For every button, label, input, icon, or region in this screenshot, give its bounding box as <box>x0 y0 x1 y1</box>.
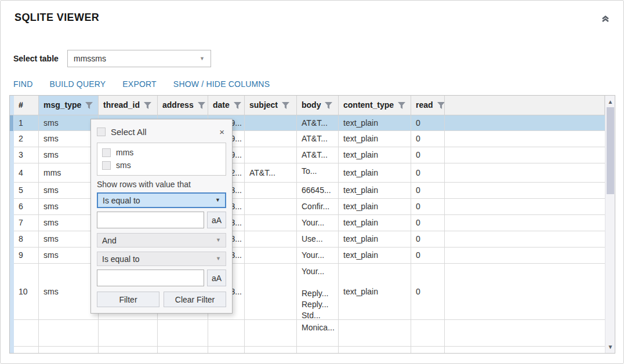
table-row[interactable]: Monica... <box>10 320 605 347</box>
cell-subject[interactable] <box>245 231 297 247</box>
cell-subject[interactable] <box>245 247 297 264</box>
cell-num[interactable]: 8 <box>14 231 39 247</box>
show-hide-columns-link[interactable]: SHOW / HIDE COLUMNS <box>173 79 270 90</box>
column-header-subject[interactable]: subject <box>245 96 297 115</box>
cell-body[interactable]: Use... <box>297 231 339 247</box>
cell-body[interactable]: AT&T... <box>297 147 339 163</box>
cell-content_type[interactable]: text_plain <box>339 183 411 199</box>
filter-button[interactable]: Filter <box>97 292 159 307</box>
column-header-content_type[interactable]: content_type <box>339 96 411 115</box>
cell-subject[interactable] <box>245 115 297 131</box>
filter-funnel-icon[interactable] <box>437 102 445 109</box>
operator2-dropdown[interactable]: Is equal to ▼ <box>97 252 226 266</box>
scroll-up-arrow-icon[interactable]: ▲ <box>605 97 615 107</box>
cell-read[interactable]: 0 <box>411 115 445 131</box>
cell-content_type[interactable]: text_plain <box>339 163 411 183</box>
cell-content_type[interactable]: text_plain <box>339 215 411 231</box>
cell-msg_type[interactable]: sms <box>39 199 99 215</box>
filter-funnel-icon[interactable] <box>325 102 332 109</box>
cell-num[interactable]: 3 <box>14 147 39 163</box>
sms-checkbox[interactable] <box>102 161 111 170</box>
cell-body[interactable]: To... <box>297 163 339 183</box>
cell-date[interactable] <box>208 320 245 347</box>
cell-msg_type[interactable]: sms <box>39 115 99 131</box>
cell-msg_type[interactable]: sms <box>39 264 99 320</box>
filter-value1-input[interactable] <box>97 212 204 228</box>
table-select-dropdown[interactable]: mmssms ▼ <box>67 50 211 67</box>
cell-address[interactable] <box>158 320 208 347</box>
cell-body[interactable]: Your... <box>297 247 339 264</box>
cell-subject[interactable] <box>245 215 297 231</box>
cell-num[interactable]: 2 <box>14 131 39 147</box>
select-all-checkbox[interactable] <box>97 128 106 136</box>
cell-num[interactable] <box>14 320 39 347</box>
cell-subject[interactable] <box>245 131 297 147</box>
case-sensitive-button-1[interactable]: aA <box>207 212 226 228</box>
export-link[interactable]: EXPORT <box>122 79 157 90</box>
cell-num[interactable]: 6 <box>14 199 39 215</box>
cell-msg_type[interactable]: sms <box>39 131 99 147</box>
cell-body[interactable]: AT&T... <box>297 131 339 147</box>
cell-read[interactable]: 0 <box>411 163 445 183</box>
filter-option-mms[interactable]: mms <box>102 146 226 159</box>
column-header-read[interactable]: read <box>411 96 445 115</box>
cell-num[interactable]: 4 <box>14 163 39 183</box>
cell-content_type[interactable]: text_plain <box>339 199 411 215</box>
cell-read[interactable]: 0 <box>411 147 445 163</box>
cell-msg_type[interactable]: sms <box>39 147 99 163</box>
cell-thread_id[interactable] <box>99 320 158 347</box>
filter-funnel-icon[interactable] <box>398 102 405 109</box>
cell-msg_type[interactable]: mms <box>39 163 99 183</box>
find-link[interactable]: FIND <box>13 79 32 90</box>
cell-content_type[interactable]: text_plain <box>339 231 411 247</box>
close-icon[interactable]: × <box>217 126 226 137</box>
filter-funnel-icon[interactable] <box>144 102 151 109</box>
cell-content_type[interactable]: text_plain <box>339 264 411 320</box>
cell-body[interactable]: AT&T... <box>297 115 339 131</box>
cell-content_type[interactable]: text_plain <box>339 247 411 264</box>
cell-subject[interactable] <box>245 183 297 199</box>
cell-body[interactable]: Monica... <box>297 320 339 347</box>
vertical-scrollbar[interactable]: ▲ ▼ <box>605 96 615 353</box>
cell-body[interactable]: Your... <box>297 215 339 231</box>
cell-read[interactable]: 0 <box>411 131 445 147</box>
cell-body[interactable]: Confir... <box>297 199 339 215</box>
filter-funnel-icon[interactable] <box>198 102 205 109</box>
cell-num[interactable]: 7 <box>14 215 39 231</box>
cell-read[interactable]: 0 <box>411 183 445 199</box>
column-header-msg_type[interactable]: msg_type <box>39 96 99 115</box>
cell-subject[interactable]: AT&T... <box>245 163 297 183</box>
mms-checkbox[interactable] <box>102 148 111 157</box>
cell-content_type[interactable]: text_plain <box>339 115 411 131</box>
cell-subject[interactable] <box>245 147 297 163</box>
column-header-thread_id[interactable]: thread_id <box>99 96 158 115</box>
filter-funnel-icon[interactable] <box>234 102 241 109</box>
cell-content_type[interactable]: text_plain <box>339 131 411 147</box>
column-header-body[interactable]: body <box>297 96 339 115</box>
filter-option-sms[interactable]: sms <box>102 159 226 172</box>
build-query-link[interactable]: BUILD QUERY <box>49 79 106 90</box>
filter-funnel-icon[interactable] <box>85 102 93 109</box>
cell-num[interactable]: 5 <box>14 183 39 199</box>
filter-funnel-icon[interactable] <box>282 102 289 109</box>
cell-body[interactable]: 66645... <box>297 183 339 199</box>
cell-read[interactable]: 0 <box>411 231 445 247</box>
operator1-dropdown[interactable]: Is equal to ▼ <box>97 192 226 208</box>
cell-content_type[interactable] <box>339 320 411 347</box>
cell-msg_type[interactable]: sms <box>39 215 99 231</box>
collapse-panel-button[interactable] <box>600 13 611 24</box>
cell-subject[interactable] <box>245 199 297 215</box>
scroll-down-arrow-icon[interactable]: ▼ <box>605 342 615 352</box>
logic-operator-dropdown[interactable]: And ▼ <box>97 233 226 247</box>
case-sensitive-button-2[interactable]: aA <box>207 270 226 286</box>
cell-msg_type[interactable] <box>39 320 99 347</box>
cell-read[interactable]: 0 <box>411 247 445 264</box>
column-header-address[interactable]: address <box>158 96 208 115</box>
cell-subject[interactable] <box>245 320 297 347</box>
cell-num[interactable]: 9 <box>14 247 39 264</box>
cell-num[interactable]: 10 <box>14 264 39 320</box>
cell-msg_type[interactable]: sms <box>39 183 99 199</box>
cell-subject[interactable] <box>245 264 297 320</box>
cell-body[interactable]: Your... Reply... Reply... Std... <box>297 264 339 320</box>
clear-filter-button[interactable]: Clear Filter <box>164 292 226 307</box>
